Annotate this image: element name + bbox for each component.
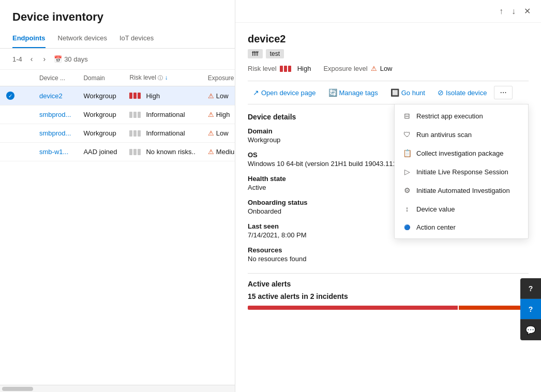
chat-button[interactable]: 💬 — [520, 320, 541, 340]
resources-value: No resources found — [248, 255, 529, 263]
expand-cell — [21, 143, 33, 161]
warn-icon: ⚠ — [208, 111, 214, 118]
table-row[interactable]: smbprod... Workgroup Informational — [0, 105, 235, 124]
dropdown-menu: ⊟ Restrict app execution 🛡 Run antivirus… — [394, 104, 529, 239]
alerts-title: Active alerts — [248, 280, 291, 288]
left-panel: Device inventory Endpoints Network devic… — [0, 0, 235, 392]
help-button-2[interactable]: ? — [520, 299, 541, 320]
risk-indicator — [129, 149, 141, 155]
automated-icon: ⚙ — [403, 186, 411, 194]
next-button[interactable]: › — [41, 54, 48, 64]
device-name-cell: device2 — [33, 86, 77, 105]
warn-icon: ⚠ — [208, 148, 214, 156]
live-response-icon: ▷ — [403, 168, 411, 176]
manage-tags-icon: 🔄 — [328, 88, 337, 97]
antivirus-icon: 🛡 — [403, 130, 411, 139]
manage-tags-button[interactable]: 🔄 Manage tags — [323, 85, 383, 100]
check-cell: ✓ — [0, 86, 21, 105]
tag-test: test — [266, 49, 284, 58]
check-cell — [0, 105, 21, 124]
restrict-app-item[interactable]: ⊟ Restrict app execution — [395, 107, 528, 125]
device-levels: Risk level High Exposure level ⚠ Low — [248, 65, 529, 72]
risk-indicator — [129, 93, 141, 99]
panel-body: device2 ffff test Risk level High Exposu… — [235, 23, 541, 392]
domain-cell: Workgroup — [77, 124, 123, 143]
scroll-thumb[interactable] — [2, 387, 33, 391]
collect-investigation-item[interactable]: 📋 Collect investigation package — [395, 144, 528, 162]
device-value-item[interactable]: ↕ Device value — [395, 200, 528, 218]
col-domain[interactable]: Domain — [77, 70, 123, 86]
device-detail-name: device2 — [248, 33, 529, 45]
alerts-bar — [248, 306, 529, 310]
warn-icon: ⚠ — [208, 92, 214, 100]
page-title: Device inventory — [0, 0, 235, 30]
check-cell — [0, 143, 21, 161]
tab-endpoints[interactable]: Endpoints — [12, 30, 46, 48]
risk-indicator — [129, 112, 141, 118]
live-response-item[interactable]: ▷ Initiate Live Response Session — [395, 162, 528, 181]
panel-header: ↑ ↓ ✕ — [235, 0, 541, 23]
risk-indicator — [129, 130, 141, 137]
panel-down-button[interactable]: ↓ — [509, 5, 518, 18]
risk-cell: High — [123, 86, 201, 105]
automated-investigation-item[interactable]: ⚙ Initiate Automated Investigation — [395, 181, 528, 200]
tab-network-devices[interactable]: Network devices — [58, 30, 107, 48]
isolate-icon: ⊘ — [438, 88, 444, 97]
device-name-cell: smb-w1... — [33, 143, 77, 161]
table-row[interactable]: smb-w1... AAD joined No known risks.. — [0, 143, 235, 161]
alerts-header: Active alerts ∧ — [248, 280, 529, 288]
risk-cell: Informational — [123, 124, 201, 143]
horizontal-scrollbar[interactable] — [0, 385, 235, 392]
expand-cell — [21, 124, 33, 143]
risk-level-indicator — [280, 66, 291, 72]
risk-cell: No known risks.. — [123, 143, 201, 161]
device-table: Device ... Domain Risk level ⓘ ↓ Exposur… — [0, 70, 235, 385]
table-row[interactable]: ✓ device2 Workgroup High — [0, 86, 235, 105]
run-antivirus-item[interactable]: 🛡 Run antivirus scan — [395, 125, 528, 144]
alerts-section: Active alerts ∧ 15 active alerts in 2 in… — [248, 273, 529, 310]
resources-field: Resources No resources found — [248, 246, 529, 263]
check-cell — [0, 124, 21, 143]
panel-up-button[interactable]: ↑ — [497, 5, 505, 18]
col-device[interactable]: Device ... — [33, 70, 77, 86]
side-buttons: ? ? 💬 — [520, 278, 541, 340]
expand-cell — [21, 105, 33, 124]
tab-iot-devices[interactable]: IoT devices — [119, 30, 154, 48]
isolate-device-button[interactable]: ⊘ Isolate device — [432, 85, 492, 100]
table-row[interactable]: smbprod... Workgroup Informational — [0, 124, 235, 143]
domain-cell: Workgroup — [77, 105, 123, 124]
tag-ffff: ffff — [248, 49, 263, 58]
go-hunt-button[interactable]: 🔲 Go hunt — [385, 85, 430, 100]
open-device-icon: ↗ — [253, 88, 259, 97]
prev-button[interactable]: ‹ — [28, 54, 35, 64]
alerts-count: 15 active alerts in 2 incidents — [248, 292, 529, 300]
action-center-item[interactable]: 🔵 Action center — [395, 218, 528, 236]
risk-cell: Informational — [123, 105, 201, 124]
expand-cell — [21, 86, 33, 105]
exposure-cell: ⚠ Mediu — [202, 143, 235, 161]
resources-label: Resources — [248, 246, 529, 254]
col-check2 — [21, 70, 33, 86]
exposure-warn-icon: ⚠ — [371, 65, 377, 72]
collect-icon: 📋 — [403, 149, 411, 157]
col-exposure[interactable]: Exposure le — [202, 70, 235, 86]
pagination-text: 1-4 — [12, 55, 22, 63]
go-hunt-icon: 🔲 — [390, 88, 399, 97]
action-bar: ↗ Open device page 🔄 Manage tags 🔲 Go hu… — [248, 81, 529, 104]
device-name-cell: smbprod... — [33, 105, 77, 124]
device-value-icon: ↕ — [403, 205, 411, 213]
col-check — [0, 70, 21, 86]
toolbar: 1-4 ‹ › 📅 30 days — [0, 49, 235, 70]
exposure-level-value: Low — [380, 65, 393, 72]
exposure-cell: ⚠ High — [202, 105, 235, 124]
more-actions-button[interactable]: ··· — [494, 86, 512, 99]
panel-close-button[interactable]: ✕ — [522, 4, 533, 18]
col-risk[interactable]: Risk level ⓘ ↓ — [123, 70, 201, 86]
tabs: Endpoints Network devices IoT devices — [0, 30, 235, 49]
row-checkbox[interactable]: ✓ — [6, 92, 14, 100]
device-detail-panel: ↑ ↓ ✕ device2 ffff test Risk level High … — [235, 0, 541, 392]
help-button-1[interactable]: ? — [520, 278, 541, 299]
alerts-bar-orange — [459, 306, 529, 310]
open-device-page-button[interactable]: ↗ Open device page — [248, 85, 321, 100]
domain-cell: Workgroup — [77, 86, 123, 105]
